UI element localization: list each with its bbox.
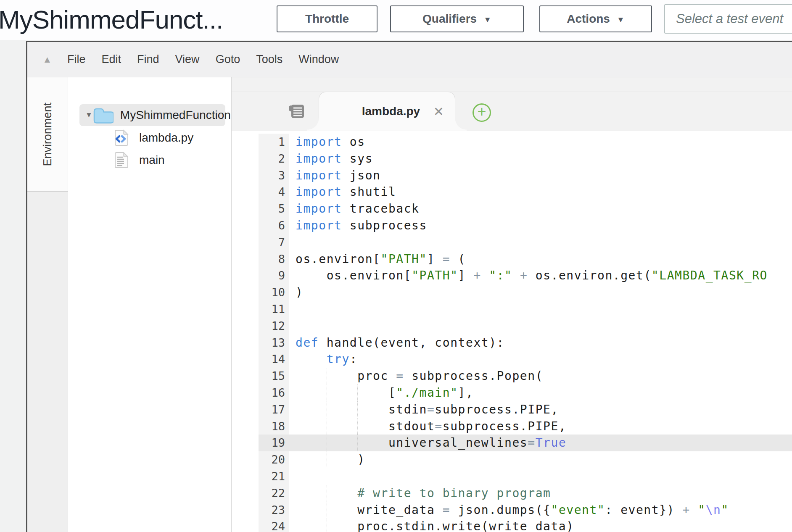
code-text: import os xyxy=(289,134,792,150)
code-text: import shutil xyxy=(289,184,792,200)
line-number: 9 xyxy=(259,267,289,284)
menu-view[interactable]: View xyxy=(175,53,200,66)
code-text xyxy=(289,301,792,318)
line-number: 10 xyxy=(259,284,289,301)
code-line-24: 24 proc.stdin.write(write_data) xyxy=(259,518,792,532)
add-tab-button[interactable]: + xyxy=(473,103,491,122)
ide-content: Environment ▼ MyShimmedFunction xyxy=(27,77,792,532)
menu-find[interactable]: Find xyxy=(137,53,159,66)
line-number: 7 xyxy=(259,234,289,251)
indent-guide xyxy=(357,401,358,418)
menu-edit[interactable]: Edit xyxy=(102,53,121,66)
code-line-20: 20 ) xyxy=(259,451,792,468)
code-line-18: 18 stdout=subprocess.PIPE, xyxy=(259,418,792,435)
indent-guide xyxy=(327,418,327,435)
line-number: 22 xyxy=(259,485,289,502)
line-number: 13 xyxy=(259,334,289,351)
code-line-23: 23 write_data = json.dumps({"event": eve… xyxy=(259,502,792,519)
line-number: 18 xyxy=(259,418,289,435)
tab-environment[interactable]: Environment xyxy=(27,77,68,192)
code-line-21: 21 xyxy=(259,468,792,485)
line-number: 19 xyxy=(259,435,289,451)
tab-list-icon[interactable] xyxy=(288,104,304,120)
code-text: import sys xyxy=(289,150,792,167)
tab-lambda-py[interactable]: lambda.py ✕ xyxy=(319,92,455,131)
code-text xyxy=(289,318,792,334)
chevron-down-icon: ▼ xyxy=(483,15,491,24)
menu-goto[interactable]: Goto xyxy=(216,53,240,66)
indent-guide xyxy=(327,502,327,519)
file-tree: ▼ MyShimmedFunction lamb xyxy=(68,77,232,532)
ide-menubar: ▲ File Edit Find View Goto Tools Window xyxy=(27,42,792,77)
code-line-13: 13def handle(event, context): xyxy=(259,334,792,351)
line-number: 14 xyxy=(259,351,289,368)
line-number: 3 xyxy=(259,167,289,184)
code-text: ["./main"], xyxy=(289,385,792,401)
menu-tools[interactable]: Tools xyxy=(256,53,282,66)
code-line-17: 17 stdin=subprocess.PIPE, xyxy=(259,401,792,418)
code-line-16: 16 ["./main"], xyxy=(259,385,792,401)
line-number: 24 xyxy=(259,518,289,532)
close-icon[interactable]: ✕ xyxy=(433,104,444,119)
indent-guide xyxy=(327,485,327,502)
code-line-10: 10) xyxy=(259,284,792,301)
plus-icon: + xyxy=(477,104,486,119)
indent-guide xyxy=(357,385,358,401)
function-header: MyShimmedFunct... Throttle Qualifiers ▼ … xyxy=(0,0,792,40)
collapse-panel-icon[interactable]: ▲ xyxy=(27,54,67,65)
line-number: 2 xyxy=(259,150,289,167)
tree-item-main[interactable]: main xyxy=(68,149,231,171)
actions-button[interactable]: Actions ▼ xyxy=(539,5,652,32)
indent-guide xyxy=(357,418,358,435)
code-text: ) xyxy=(289,451,792,468)
line-number: 15 xyxy=(259,368,289,385)
tree-item-lambda-py[interactable]: lambda.py xyxy=(68,126,231,149)
menu-window[interactable]: Window xyxy=(298,53,339,66)
side-tab-strip: Environment xyxy=(27,77,68,532)
code-line-12: 12 xyxy=(259,318,792,334)
menu-file[interactable]: File xyxy=(67,53,86,66)
tree-item-label: lambda.py xyxy=(139,131,193,145)
line-number: 4 xyxy=(259,184,289,200)
code-editor[interactable]: 1import os2import sys3import json4import… xyxy=(232,131,792,532)
qualifiers-button[interactable]: Qualifiers ▼ xyxy=(390,5,524,32)
code-line-7: 7 xyxy=(259,234,792,251)
line-number: 11 xyxy=(259,301,289,318)
line-number: 16 xyxy=(259,385,289,401)
code-text xyxy=(289,234,792,251)
indent-guide xyxy=(327,451,327,468)
code-text: try: xyxy=(289,351,792,368)
code-line-11: 11 xyxy=(259,301,792,318)
folder-icon xyxy=(92,107,114,124)
code-lines: 1import os2import sys3import json4import… xyxy=(259,134,792,532)
tree-expand-caret-icon[interactable]: ▼ xyxy=(85,111,92,119)
code-line-2: 2import sys xyxy=(259,150,792,167)
environment-tab-label: Environment xyxy=(41,103,54,166)
test-event-select[interactable]: Select a test event xyxy=(664,4,792,34)
tree-item-label: MyShimmedFunction xyxy=(120,108,231,122)
code-line-1: 1import os xyxy=(259,134,792,150)
line-number: 21 xyxy=(259,468,289,485)
indent-guide xyxy=(357,435,358,451)
throttle-button[interactable]: Throttle xyxy=(277,5,378,32)
code-line-4: 4import shutil xyxy=(259,184,792,200)
indent-guide xyxy=(327,385,327,401)
code-text: def handle(event, context): xyxy=(289,334,792,351)
test-event-placeholder: Select a test event xyxy=(676,11,783,26)
code-line-22: 22 # write to binary program xyxy=(259,485,792,502)
code-text: proc.stdin.write(write_data) xyxy=(289,518,792,532)
code-line-19: 19 universal_newlines=True xyxy=(259,435,792,451)
tree-item-myshimmedfunction[interactable]: ▼ MyShimmedFunction xyxy=(79,104,225,126)
code-text: write_data = json.dumps({"event": event}… xyxy=(289,502,792,519)
page-title: MyShimmedFunct... xyxy=(0,5,223,34)
code-text: # write to binary program xyxy=(289,485,792,502)
code-line-15: 15 proc = subprocess.Popen( xyxy=(259,368,792,385)
code-text: os.environ["PATH"] = ( xyxy=(289,251,792,268)
code-line-3: 3import json xyxy=(259,167,792,184)
code-text: os.environ["PATH"] + ":" + os.environ.ge… xyxy=(289,267,792,284)
tab-label: lambda.py xyxy=(352,105,430,118)
code-text: import json xyxy=(289,167,792,184)
tree-item-label: main xyxy=(139,153,165,167)
code-text: import subprocess xyxy=(289,217,792,234)
indent-guide xyxy=(327,368,327,385)
